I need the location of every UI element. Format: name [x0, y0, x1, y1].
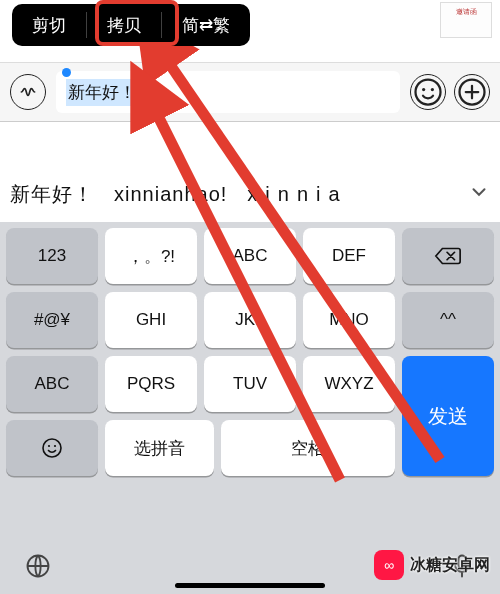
- key-emoji[interactable]: [6, 420, 98, 476]
- home-indicator[interactable]: [175, 583, 325, 588]
- voice-button[interactable]: [10, 74, 46, 110]
- key-symbols[interactable]: #@¥: [6, 292, 98, 348]
- key-abc-mode[interactable]: ABC: [6, 356, 98, 412]
- svg-point-6: [54, 445, 56, 447]
- watermark: ∞ 冰糖安卓网: [374, 550, 490, 580]
- menu-cut[interactable]: 剪切: [12, 4, 86, 46]
- emoji-icon: [40, 436, 64, 460]
- key-123[interactable]: 123: [6, 228, 98, 284]
- candidate-expand[interactable]: [468, 181, 490, 207]
- svg-point-4: [43, 439, 61, 457]
- selection-handle-start[interactable]: [62, 68, 71, 77]
- watermark-logo: ∞: [374, 550, 404, 580]
- thumbnail-label: 邀请函: [456, 7, 477, 17]
- context-menu: 剪切 拷贝 简⇄繁: [12, 4, 250, 46]
- watermark-text: 冰糖安卓网: [410, 555, 490, 576]
- menu-simp-trad[interactable]: 简⇄繁: [162, 4, 250, 46]
- menu-copy[interactable]: 拷贝: [87, 4, 161, 46]
- svg-point-5: [48, 445, 50, 447]
- globe-button[interactable]: [24, 552, 52, 584]
- globe-icon: [24, 552, 52, 580]
- candidate-1[interactable]: 新年好！: [10, 181, 94, 208]
- annotation-arrow-2: [110, 50, 390, 514]
